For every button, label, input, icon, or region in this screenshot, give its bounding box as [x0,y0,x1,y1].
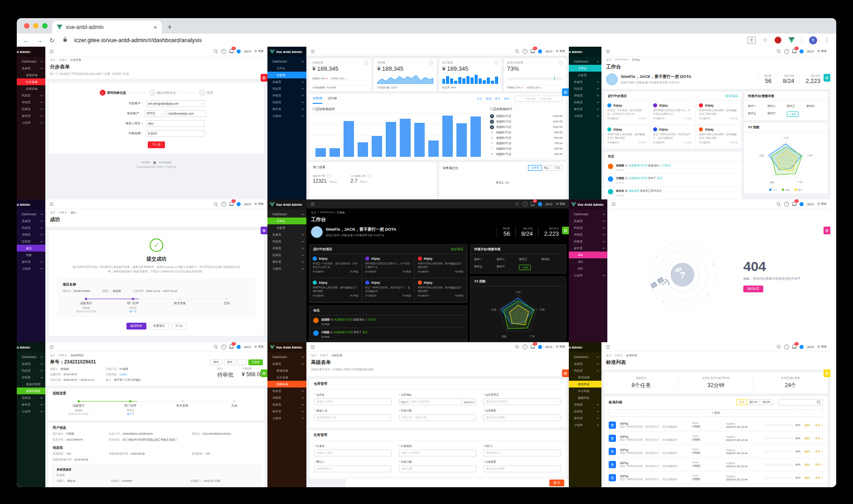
bell-icon[interactable]: 12 [792,202,796,206]
app-logo[interactable]: Vue Antd Admin [17,199,45,209]
add-operation-button[interactable]: + 添加 [787,111,799,117]
project-card[interactable]: Alipay 那时候我只会想自己想要什么，从不想自己拥有什么 科学搬砖组9小时前 [650,101,696,125]
avatar[interactable] [800,49,804,53]
breadcrumb-item[interactable]: 首页 [606,354,611,358]
edit-link[interactable]: 编辑 [805,450,810,454]
project-card[interactable]: Alipay 城镇中有那么多的酒馆，她却偏偏走进了我的酒馆 科学搬砖组9小时前 [415,278,467,302]
language-switch[interactable]: ⚙ 简体 [817,345,827,349]
browser-tab[interactable]: vue-antd-admin ✕ [52,21,162,34]
print-button[interactable]: 打 印 [172,323,187,330]
help-icon[interactable]: ? [523,344,528,349]
sidebar-item[interactable]: 500 [569,265,607,272]
search-icon[interactable] [214,202,218,206]
feed-link[interactable]: 高逼格设计天团 [628,164,647,167]
filter-radio[interactable]: 进行中 [746,399,760,405]
minimize-window-button[interactable] [33,23,39,29]
sidebar-item[interactable]: 详情页 [569,92,601,99]
breadcrumb-item[interactable]: 分步表单 [67,58,82,62]
avatar[interactable] [538,345,542,349]
breadcrumb-item[interactable]: 表单页 [316,354,328,358]
avatar[interactable] [237,345,241,349]
sidebar-item[interactable]: 高级详情页 [17,388,45,394]
sidebar-item[interactable]: 异常页 [17,112,45,119]
form-input[interactable]: 请选择任务类型 ∨ [484,465,561,472]
sidebar-item[interactable]: 小组件 [17,408,45,415]
back-home-button[interactable]: 返回首页 [743,286,763,292]
search-icon[interactable] [777,202,781,206]
form-input[interactable]: 请选择责任人 ∨ [315,465,392,472]
sidebar-item[interactable]: 列表页 [569,224,607,231]
sidebar-item[interactable]: Dashboard [569,58,601,65]
project-group[interactable]: 科学搬砖组 [313,270,324,273]
sidebar-item[interactable]: 工作台 [267,65,306,72]
project-card[interactable]: Alipay 那是一种内在的东西，他们到达不了，也无法触及的 科学搬砖组9小时前 [650,125,696,149]
project-group[interactable]: 科学搬砖组 [699,141,710,144]
language-switch[interactable]: ⚙ 简体 [817,49,827,53]
breadcrumb-item[interactable]: 详情页 [55,354,67,358]
translate-icon[interactable]: 文 [747,37,756,44]
username[interactable]: JACK [807,203,814,206]
breadcrumb-item[interactable]: 高级表单 [328,354,343,358]
sidebar-item[interactable]: 列表页 [267,388,306,394]
item-title[interactable]: AliPay [620,435,688,438]
language-switch[interactable]: ⚙ 简体 [556,202,565,206]
menu-collapse-icon[interactable] [612,204,616,204]
project-group[interactable]: 科学搬砖组 [607,117,619,120]
all-projects-link[interactable]: 全部项目 [725,94,738,98]
sidebar-item[interactable]: 详情页 [17,374,45,381]
breadcrumb-item[interactable]: 工作台 [628,58,640,62]
sidebar-item[interactable]: 异常页 [569,106,601,112]
breadcrumb-item[interactable]: 结果页 [55,211,67,215]
breadcrumb-item[interactable]: 首页 [311,354,316,358]
sidebar-item[interactable]: 详情页 [17,99,45,106]
new-tab-button[interactable]: + [167,23,172,31]
sidebar-item[interactable]: 异常页 [569,245,607,252]
sidebar-item[interactable]: 表单页 [267,360,306,367]
bell-icon[interactable]: 12 [531,49,535,53]
gitee-extension-icon[interactable] [775,37,781,44]
more-link[interactable]: 更多 ∨ [815,423,823,427]
theme-settings-button[interactable]: ⚙ [562,369,569,377]
project-group[interactable]: 科学搬砖组 [607,141,619,144]
channel-radio[interactable]: 线上 [541,165,552,171]
search-icon[interactable] [214,345,218,349]
sidebar-item[interactable]: 404 [569,252,607,258]
feed-link[interactable]: 高逼格设计天团 [628,177,647,179]
quick-op[interactable]: 操作六 [767,111,785,117]
form-input[interactable]: 请选择审批人员 ∨ [315,414,392,421]
menu-collapse-icon[interactable] [50,51,53,52]
help-icon[interactable]: ? [784,344,789,349]
theme-settings-button[interactable]: ⚙ [261,227,267,234]
feed-link[interactable]: 项目进度 [628,189,639,192]
help-icon[interactable]: ? [221,49,226,54]
breadcrumb-item[interactable]: 成功 [67,211,76,215]
sidebar-item[interactable]: 异常页 [17,401,45,408]
sidebar-item[interactable]: 小组件 [17,119,45,126]
sidebar-item[interactable]: Dashboard [569,211,607,218]
info-icon[interactable]: i [559,61,563,65]
search-icon[interactable] [214,49,218,53]
chart-tab[interactable]: 销售额 [313,94,322,104]
filter-radio[interactable]: 全部 [736,399,747,405]
info-icon[interactable]: i [327,174,331,178]
edit-link[interactable]: 编辑 [805,436,810,441]
bell-icon[interactable]: 12 [531,344,535,349]
form-input[interactable]: 开始日期 ~ 结束日期 [399,414,476,421]
feed-link[interactable]: 留言 [657,177,663,179]
form-input[interactable]: 请输入任务描述 [399,450,476,456]
menu-collapse-icon[interactable] [50,347,53,347]
sidebar-item[interactable]: Dashboard [569,354,601,360]
project-group[interactable]: 科学搬砖组 [313,294,324,297]
app-logo[interactable]: Vue Antd Admin [17,342,45,352]
sidebar-item[interactable]: 列表页 [17,367,45,374]
filter-radio[interactable]: 等待中 [760,399,773,405]
forward-button[interactable]: → [36,37,43,44]
breadcrumb-item[interactable]: 工作台 [333,211,345,215]
info-icon[interactable]: i [429,61,433,65]
sidebar-item[interactable]: Dashboard [17,354,45,360]
all-projects-link[interactable]: 全部项目 [451,247,463,252]
item-title[interactable]: AliPay [620,475,688,478]
sidebar-item[interactable]: 基础表单 [267,367,306,374]
sidebar-item[interactable]: 表单页 [267,78,306,85]
quick-op[interactable]: 操作六 [497,265,517,270]
